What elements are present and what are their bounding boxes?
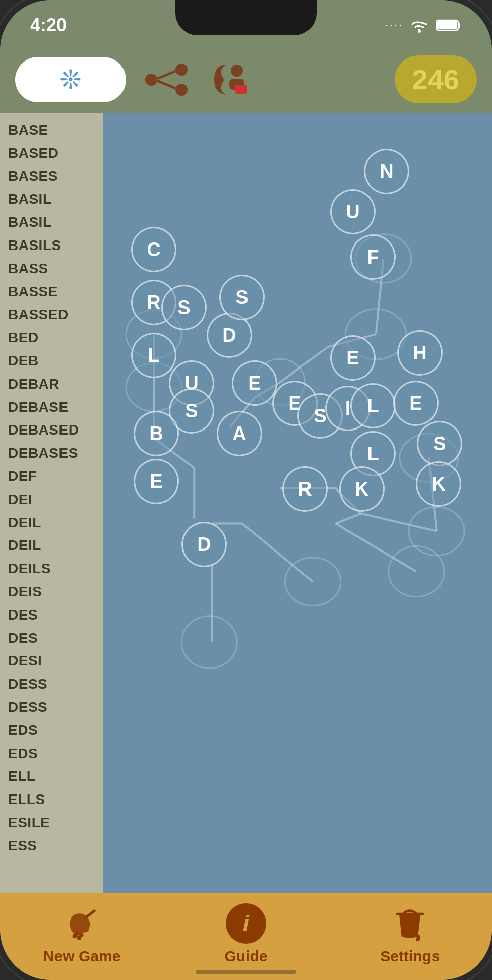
svg-point-17 [389,546,444,597]
word-item: DEBASES [0,442,103,465]
settings-svg [390,903,430,944]
letter-tile-c[interactable]: C [131,227,176,272]
svg-line-38 [242,524,313,582]
word-item: DEBASED [0,418,103,442]
letter-tile-k1[interactable]: K [416,461,461,507]
guide-circle: i [226,903,266,944]
letter-tile-k2[interactable]: K [339,466,385,512]
letter-tile-e4[interactable]: E [330,335,376,381]
word-item: EDS [0,719,103,742]
svg-point-0 [418,30,421,33]
word-item: DEI [0,488,103,511]
word-item: ESS [0,834,103,858]
word-item: ESILE [0,811,103,834]
letter-tile-u2[interactable]: U [330,189,376,234]
letter-tile-s5[interactable]: S [417,421,462,466]
word-item: DESS [0,672,103,696]
word-item: DEIL [0,534,103,557]
word-item: DESS [0,696,103,719]
wifi-icon [409,17,429,33]
letter-tile-d1[interactable]: D [181,522,227,567]
svg-line-7 [157,81,175,88]
letter-tile-b[interactable]: B [134,411,179,456]
settings-label: Settings [380,948,440,965]
svg-line-35 [336,514,361,524]
new-game-tab[interactable]: New Game [0,903,164,965]
svg-line-33 [361,514,437,531]
letter-tile-f[interactable]: F [350,234,396,280]
tab-bar: New Game i Guide [0,893,492,980]
word-item: DEIL [0,511,103,534]
battery-icon [436,18,462,32]
svg-point-18 [409,507,464,556]
score-badge: 246 [395,55,477,103]
word-item: BED [0,326,103,349]
new-game-label: New Game [43,948,120,965]
score-value: 246 [412,64,459,95]
word-item: EDS [0,742,103,765]
letter-tile-l2[interactable]: L [350,383,396,428]
svg-rect-10 [235,85,247,94]
word-item: DESI [0,649,103,672]
word-item: DES [0,627,103,650]
word-item: BASILS [0,234,103,257]
game-board[interactable]: C R L U S S B E D A R [103,113,492,893]
letter-tile-s3[interactable]: S [219,275,265,320]
status-time: 4:20 [30,15,67,36]
svg-line-27 [280,347,328,382]
svg-point-4 [175,64,188,76]
word-item: BASSED [0,303,103,326]
svg-point-3 [145,74,157,86]
home-indicator [196,970,296,974]
letter-tile-r2[interactable]: R [282,466,328,512]
word-item: DES [0,603,103,627]
new-game-svg [62,903,102,944]
svg-point-42 [75,931,79,936]
graph-icon [144,59,189,100]
letter-tile-l[interactable]: L [131,333,176,378]
word-item: BASES [0,165,103,188]
word-item: BASS [0,257,103,280]
word-item: DEBAR [0,373,103,396]
notch [175,0,317,35]
avatar-button[interactable] [207,59,257,100]
svg-point-5 [175,84,188,96]
letter-tile-e5[interactable]: E [393,381,439,426]
word-item: DEBASE [0,396,103,419]
svg-point-43 [79,933,83,938]
word-item: BASSE [0,280,103,303]
word-item: DEIS [0,580,103,603]
svg-rect-2 [437,21,457,29]
settings-icon [390,903,430,944]
word-item: DEB [0,349,103,373]
letter-tile-e1[interactable]: E [134,459,179,504]
letter-tile-s1[interactable]: S [161,285,207,330]
main-content: BASE BASED BASES BASIL BASIL BASILS BASS… [0,113,492,893]
word-item: BASIL [0,211,103,234]
word-item: DEF [0,465,103,488]
guide-label: Guide [224,948,267,965]
signal-dots-icon: ···· [385,19,403,32]
guide-icon: i [226,903,266,944]
svg-line-6 [157,71,175,79]
phone-frame: 4:20 ···· ❊ [0,0,492,980]
graph-button[interactable] [141,59,192,100]
status-icons: ···· [385,17,462,33]
new-game-icon [62,903,102,944]
letter-tile-n[interactable]: N [364,149,409,194]
word-list[interactable]: BASE BASED BASES BASIL BASIL BASILS BASS… [0,113,103,893]
word-item: ELLS [0,788,103,811]
letter-tile-e2[interactable]: E [232,360,277,406]
letter-tile-a[interactable]: A [217,411,262,456]
svg-point-8 [231,65,243,77]
svg-point-20 [181,616,237,668]
letter-tile-h[interactable]: H [397,330,443,376]
toolbar: ❊ [0,50,492,113]
word-item: ELL [0,765,103,788]
snowflake-button[interactable]: ❊ [15,57,126,102]
guide-tab[interactable]: i Guide [164,903,328,965]
word-item: BASE [0,118,103,142]
snowflake-icon: ❊ [59,65,82,95]
svg-point-19 [285,558,340,606]
settings-tab[interactable]: Settings [328,903,492,965]
